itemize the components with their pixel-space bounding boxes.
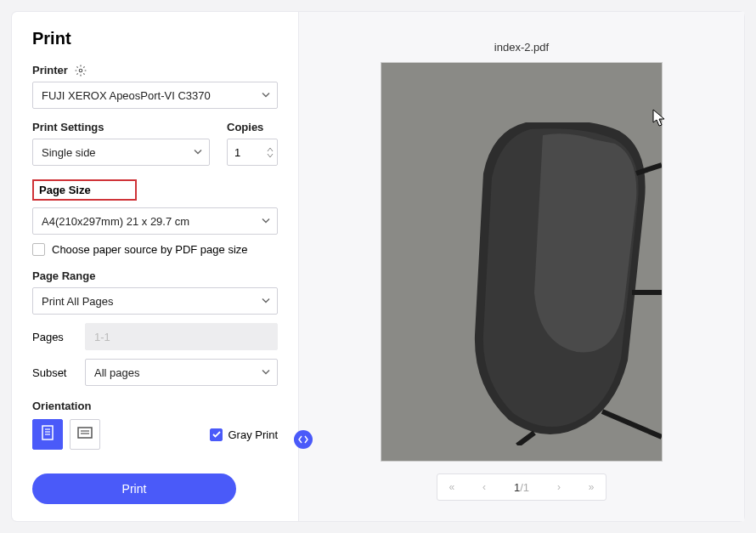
copies-up[interactable] bbox=[267, 147, 274, 152]
print-settings-label: Print Settings bbox=[32, 121, 210, 133]
page-size-value: A4(210x297mm) 21 x 29.7 cm bbox=[42, 215, 189, 228]
chevron-down-icon bbox=[194, 146, 202, 159]
orientation-label: Orientation bbox=[32, 400, 278, 412]
svg-line-11 bbox=[517, 433, 534, 445]
pager-prev[interactable]: ‹ bbox=[470, 474, 499, 500]
printer-select[interactable]: FUJI XEROX ApeosPort-VI C3370 bbox=[32, 82, 278, 109]
print-settings-select[interactable]: Single side bbox=[32, 139, 210, 166]
preview-panel: index-2.pdf « ‹ 1/1 › » bbox=[299, 12, 744, 521]
svg-line-10 bbox=[602, 411, 662, 437]
paper-source-checkbox[interactable] bbox=[32, 243, 45, 256]
subset-label: Subset bbox=[32, 366, 75, 379]
gear-icon[interactable] bbox=[75, 65, 87, 77]
pager: « ‹ 1/1 › » bbox=[437, 473, 606, 501]
copies-label: Copies bbox=[227, 121, 278, 133]
dialog-title: Print bbox=[32, 29, 278, 48]
collapse-panel-button[interactable] bbox=[294, 430, 313, 449]
landscape-icon bbox=[77, 427, 93, 442]
pages-label: Pages bbox=[32, 331, 75, 343]
portrait-icon bbox=[42, 425, 54, 444]
svg-point-0 bbox=[79, 69, 82, 72]
chevron-down-icon bbox=[262, 215, 270, 228]
chevron-down-icon bbox=[262, 89, 270, 102]
svg-rect-1 bbox=[42, 426, 53, 439]
chevron-down-icon bbox=[262, 295, 270, 308]
paper-source-label: Choose paper source by PDF page size bbox=[52, 243, 248, 256]
copies-input[interactable]: 1 bbox=[227, 139, 278, 166]
copies-value: 1 bbox=[234, 146, 240, 159]
gray-print-label: Gray Print bbox=[228, 428, 278, 441]
page-size-select[interactable]: A4(210x297mm) 21 x 29.7 cm bbox=[32, 207, 278, 235]
orientation-landscape[interactable] bbox=[70, 419, 100, 450]
print-dialog: Print Printer FUJI XEROX ApeosPort-VI C3… bbox=[12, 12, 744, 521]
pager-first[interactable]: « bbox=[437, 474, 466, 500]
pager-last[interactable]: » bbox=[577, 474, 606, 500]
print-button[interactable]: Print bbox=[32, 473, 236, 504]
document-filename: index-2.pdf bbox=[494, 41, 549, 54]
preview-image bbox=[466, 122, 662, 445]
pager-text: 1/1 bbox=[502, 481, 541, 494]
page-size-label: Page Size bbox=[32, 179, 137, 201]
svg-rect-5 bbox=[78, 428, 92, 438]
page-preview bbox=[381, 62, 663, 462]
orientation-portrait[interactable] bbox=[32, 419, 63, 450]
subset-select[interactable]: All pages bbox=[85, 359, 278, 386]
page-range-label: Page Range bbox=[32, 269, 278, 282]
settings-panel: Print Printer FUJI XEROX ApeosPort-VI C3… bbox=[12, 12, 299, 521]
print-settings-value: Single side bbox=[42, 146, 96, 159]
check-icon bbox=[212, 430, 221, 439]
page-range-select[interactable]: Print All Pages bbox=[32, 287, 278, 315]
gray-print-checkbox[interactable] bbox=[210, 428, 223, 441]
chevron-down-icon bbox=[262, 366, 270, 379]
page-range-value: Print All Pages bbox=[42, 295, 114, 308]
printer-label: Printer bbox=[32, 64, 68, 77]
pages-input: 1-1 bbox=[85, 323, 278, 350]
collapse-icon bbox=[298, 435, 308, 444]
copies-down[interactable] bbox=[267, 153, 274, 158]
subset-value: All pages bbox=[94, 366, 139, 379]
printer-value: FUJI XEROX ApeosPort-VI C3370 bbox=[42, 89, 211, 102]
pager-next[interactable]: › bbox=[544, 474, 573, 500]
